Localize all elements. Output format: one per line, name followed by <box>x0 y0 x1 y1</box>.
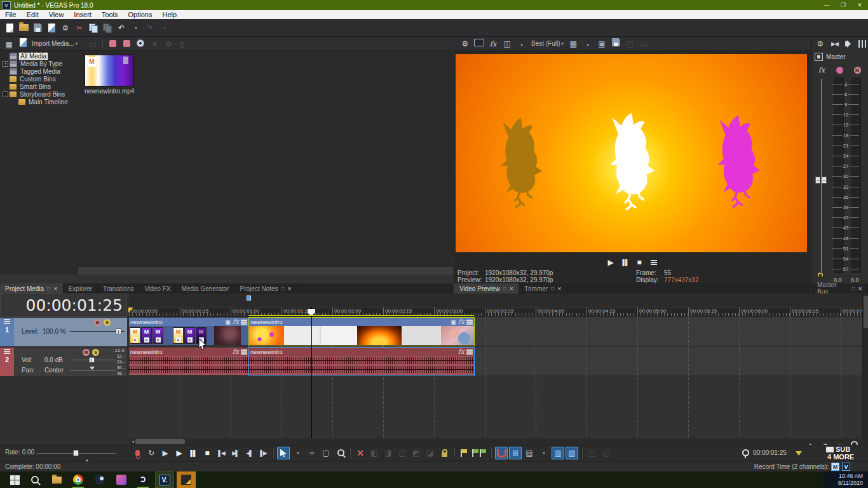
zoom-edit-tool-button[interactable] <box>334 447 346 459</box>
clip-menu-icon[interactable] <box>466 349 473 355</box>
taskbar-app-button[interactable] <box>112 471 131 488</box>
menu-options[interactable]: Options <box>123 10 158 19</box>
media-item-newnewintro[interactable]: M newnewintro.mp4 <box>85 55 133 95</box>
cut-button[interactable]: ✂ <box>73 22 86 34</box>
slide-trim-button[interactable]: ◪ <box>424 447 437 459</box>
next-frame-button[interactable]: ▌▶ <box>257 447 269 459</box>
event-fx-icon[interactable]: fx <box>458 318 465 326</box>
tab-float-icon[interactable]: □ <box>851 286 855 292</box>
level-slider-handle[interactable] <box>116 329 121 334</box>
script-button[interactable]: ◱ <box>600 447 613 459</box>
trim-end-button[interactable]: ◨ <box>382 447 395 459</box>
video-preview-frame[interactable] <box>456 54 807 252</box>
preview-tab-video-preview[interactable]: Video Preview□✕ <box>454 283 519 294</box>
media-tab-transitions[interactable]: Transitions <box>98 283 140 294</box>
track-menu-icon[interactable] <box>4 319 10 324</box>
mute-output-button[interactable] <box>842 37 855 50</box>
close-button[interactable]: ✕ <box>851 2 868 8</box>
remove-media-button[interactable]: ✕ <box>148 38 161 51</box>
timeline-marker-icon[interactable] <box>247 295 251 301</box>
paste-button[interactable] <box>101 22 114 34</box>
import-media-button[interactable]: Import Media... ▾ <box>30 40 79 47</box>
slip-trim-button[interactable]: ◩ <box>410 447 423 459</box>
tree-item-tagged-media[interactable]: +Tagged Media <box>0 68 77 75</box>
clip-menu-icon[interactable] <box>466 320 473 325</box>
media-list-scrollbar[interactable] <box>78 266 453 274</box>
event-fx-icon[interactable]: fx <box>458 348 465 356</box>
go-to-end-button[interactable]: ▶▌ <box>229 447 241 459</box>
start-button[interactable] <box>5 471 24 488</box>
import-file-button[interactable] <box>17 36 29 49</box>
master-mute-badge[interactable]: M <box>851 64 864 76</box>
vscroll-handle[interactable] <box>864 296 868 328</box>
tab-float-icon[interactable]: □ <box>551 286 554 292</box>
audio-mute-badge[interactable]: M <box>83 349 90 356</box>
project-properties-button[interactable] <box>45 22 58 34</box>
video-clip-1-header[interactable]: newnewintro ▣ fx <box>129 318 248 326</box>
taskbar-obs-button[interactable] <box>133 471 153 488</box>
preview-quality-dropdown[interactable]: Best (Full) ▾ <box>531 40 564 47</box>
tree-item-all-media[interactable]: +All Media <box>0 53 77 60</box>
event-fx-icon[interactable]: fx <box>233 348 239 356</box>
save-snapshot-button[interactable] <box>609 36 622 48</box>
menu-insert[interactable]: Insert <box>69 10 97 19</box>
insert-region-button[interactable] <box>472 447 487 459</box>
audio-clip-2[interactable]: newnewintro fx <box>249 348 474 376</box>
previous-frame-button[interactable]: ◀▌ <box>243 447 255 459</box>
save-button[interactable] <box>31 22 44 34</box>
hover-scrub-button[interactable] <box>106 37 119 50</box>
mixing-console-button[interactable]: ▥ <box>552 447 564 459</box>
track-menu-icon[interactable] <box>4 349 10 354</box>
menu-view[interactable]: View <box>44 10 69 19</box>
preview-menu-icon[interactable] <box>651 260 657 265</box>
media-views-button[interactable]: ▦ <box>3 38 15 51</box>
new-project-button[interactable] <box>3 22 16 34</box>
restore-button[interactable]: ❐ <box>835 2 851 8</box>
open-button[interactable] <box>17 22 30 34</box>
enable-snapping-button[interactable] <box>495 447 508 459</box>
pause-button[interactable]: ▌▌ <box>187 447 200 459</box>
video-clip-2-header[interactable]: newnewintro ▣ fx <box>249 318 474 326</box>
video-output-fx-button[interactable]: fx <box>487 37 499 50</box>
tree-item-smart-bins[interactable]: +Smart Bins <box>0 83 77 90</box>
video-clip-1[interactable]: newnewintro ▣ fx Mv Mv Mv Mv Mv Mv <box>129 318 248 346</box>
split-screen-dropdown[interactable]: ▾ <box>515 39 528 51</box>
insert-time-button[interactable]: ▤ <box>523 447 536 459</box>
menu-file[interactable]: File <box>0 10 22 19</box>
taskbar-clock[interactable]: 10:46 AM 8/11/2020 <box>824 471 868 488</box>
loop-playback-button[interactable]: ↻ <box>145 447 158 459</box>
edit-tool-dropdown[interactable]: ▾ <box>292 447 304 459</box>
preview-extra-1-button[interactable]: ◰ <box>623 37 636 50</box>
taskbar-chrome-button[interactable] <box>69 471 88 488</box>
selection-edit-tool-button[interactable]: ▢ <box>320 447 332 459</box>
undo-dropdown[interactable]: ▾ <box>130 22 142 34</box>
tab-float-icon[interactable]: □ <box>47 286 50 292</box>
media-tab-explorer[interactable]: Explorer <box>64 283 98 294</box>
taskbar-flashing-app-button[interactable] <box>177 471 196 488</box>
tree-item-media-by-type[interactable]: +Media By Type <box>0 60 77 67</box>
crop-icon[interactable]: ▣ <box>451 319 456 325</box>
media-tag-button[interactable] <box>120 37 133 50</box>
tab-float-icon[interactable]: □ <box>503 286 506 292</box>
timeline-hscrollbar[interactable]: ◂ ▸+− <box>129 438 868 445</box>
tab-close-icon[interactable]: ✕ <box>858 286 862 292</box>
video-solo-badge[interactable]: S <box>104 319 111 326</box>
lock-event-button[interactable] <box>438 447 451 459</box>
event-fx-icon[interactable]: fx <box>233 318 239 326</box>
pan-center-marker[interactable] <box>90 367 95 372</box>
rate-slider-handle[interactable] <box>73 450 79 456</box>
media-tab-video-fx[interactable]: Video FX <box>139 283 176 294</box>
tree-expander[interactable]: - <box>3 92 8 97</box>
crop-icon[interactable]: ▣ <box>225 319 231 325</box>
video-clip-2[interactable]: newnewintro ▣ fx <box>249 318 474 346</box>
taskbar-vegas-button[interactable]: V. <box>155 471 174 488</box>
tab-close-icon[interactable]: ✕ <box>53 286 58 292</box>
mixer-faders-button[interactable] <box>856 37 868 50</box>
auto-ripple-button[interactable]: ⊠ <box>509 447 522 459</box>
redo-button[interactable]: ↷ <box>144 22 156 34</box>
timeline-marker-bar[interactable] <box>129 294 868 307</box>
tab-close-icon[interactable]: ✕ <box>510 286 514 292</box>
media-tab-media-generator[interactable]: Media Generator <box>176 283 234 294</box>
taskbar-steam-button[interactable] <box>90 471 109 488</box>
play-button[interactable]: ▶ <box>173 447 186 459</box>
